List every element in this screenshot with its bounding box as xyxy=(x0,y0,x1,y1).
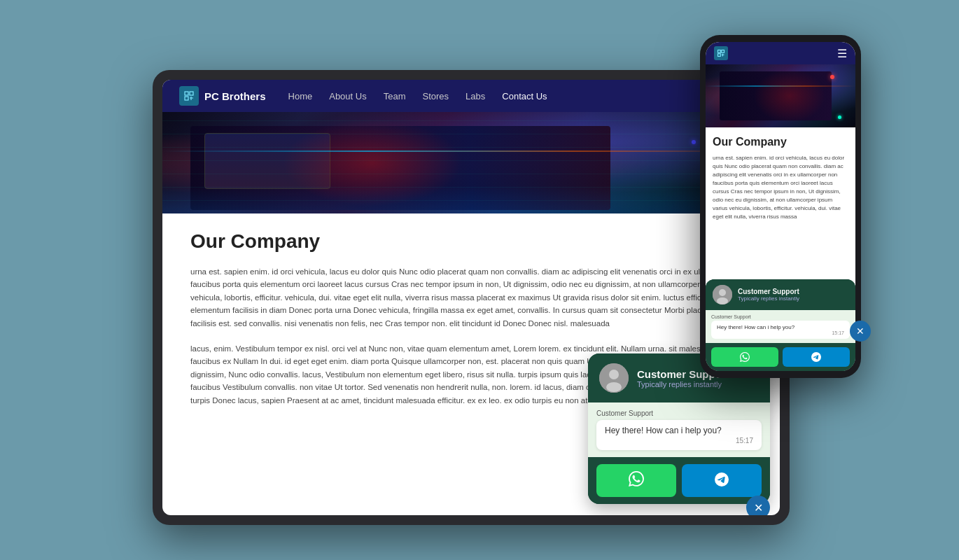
svg-rect-9 xyxy=(722,50,724,53)
chat-bubble-sender: Customer Support xyxy=(596,410,762,417)
hamburger-icon[interactable]: ☰ xyxy=(837,47,847,60)
phone-chat-widget[interactable]: Customer Support Typically replies insta… xyxy=(706,279,855,371)
chat-message-time: 15:17 xyxy=(605,437,753,444)
close-chat-tablet[interactable]: ✕ xyxy=(746,496,770,515)
navbar-brand: PC Brothers xyxy=(179,86,266,106)
phone-screen: ☰ Our Company urna est. sapien enim. id … xyxy=(706,42,855,371)
whatsapp-icon xyxy=(629,471,644,490)
phone-bubble-sender: Customer Support xyxy=(711,314,850,319)
phone-message-time: 15:17 xyxy=(717,330,844,335)
telegram-icon xyxy=(715,472,729,489)
phone-chat-info: Customer Support Typically replies insta… xyxy=(738,288,799,302)
phone-chat-buttons xyxy=(706,343,855,371)
brand-name: PC Brothers xyxy=(204,90,266,102)
svg-rect-10 xyxy=(718,54,721,57)
svg-point-15 xyxy=(717,298,728,304)
svg-rect-8 xyxy=(718,50,721,53)
svg-point-14 xyxy=(719,289,726,296)
content-area: Our Company urna est. sapien enim. id or… xyxy=(162,214,780,515)
phone-hero xyxy=(706,64,855,127)
svg-rect-1 xyxy=(190,92,193,95)
company-title: Our Company xyxy=(190,230,752,253)
phone-company-title: Our Company xyxy=(713,136,848,148)
svg-rect-0 xyxy=(185,92,188,95)
svg-point-6 xyxy=(609,370,619,379)
scene: PC Brothers Home About Us Team Stores La… xyxy=(0,0,959,560)
close-chat-phone[interactable]: ✕ xyxy=(850,321,871,342)
navbar-links: Home About Us Team Stores Labs Contact U… xyxy=(288,91,547,102)
chat-action-buttons xyxy=(588,457,770,504)
phone-navbar: ☰ xyxy=(706,42,855,64)
chat-message: Hey there! How can i help you? 15:17 xyxy=(596,420,762,450)
nav-about[interactable]: About Us xyxy=(329,91,366,102)
nav-stores[interactable]: Stores xyxy=(423,91,449,102)
nav-labs[interactable]: Labs xyxy=(465,91,485,102)
nav-home[interactable]: Home xyxy=(288,91,313,102)
chat-bubble-area: Customer Support Hey there! How can i he… xyxy=(588,402,770,457)
navbar: PC Brothers Home About Us Team Stores La… xyxy=(162,80,780,112)
svg-rect-2 xyxy=(185,97,188,100)
phone-whatsapp-button[interactable] xyxy=(711,347,778,367)
phone-agent-name: Customer Support xyxy=(738,288,799,295)
svg-point-7 xyxy=(606,382,622,392)
phone-telegram-button[interactable] xyxy=(783,347,850,367)
phone-company-text: urna est. sapien enim. id orci vehicula,… xyxy=(713,154,848,221)
phone-chat-header: Customer Support Typically replies insta… xyxy=(706,279,855,310)
tablet-device: PC Brothers Home About Us Team Stores La… xyxy=(153,70,790,525)
phone-content: Our Company urna est. sapien enim. id or… xyxy=(706,127,855,371)
chat-avatar xyxy=(599,363,629,393)
tablet-screen: PC Brothers Home About Us Team Stores La… xyxy=(162,80,780,515)
company-paragraph-1: urna est. sapien enim. id orci vehicula,… xyxy=(190,265,752,330)
phone-chat-message: Hey there! How can i help you? 15:17 xyxy=(711,321,850,339)
phone-bubble-area: Customer Support Hey there! How can i he… xyxy=(706,310,855,343)
phone-device: ☰ Our Company urna est. sapien enim. id … xyxy=(700,35,861,378)
phone-chat-avatar xyxy=(713,285,732,304)
telegram-button[interactable] xyxy=(682,464,762,497)
whatsapp-button[interactable] xyxy=(596,464,676,497)
phone-brand-icon xyxy=(714,46,728,60)
chat-agent-status: Typically replies instantly xyxy=(637,380,729,388)
nav-team[interactable]: Team xyxy=(384,91,406,102)
nav-contact[interactable]: Contact Us xyxy=(502,91,547,102)
phone-agent-status: Typically replies instantly xyxy=(738,295,799,302)
hero-image xyxy=(162,112,780,214)
brand-icon xyxy=(179,86,199,106)
